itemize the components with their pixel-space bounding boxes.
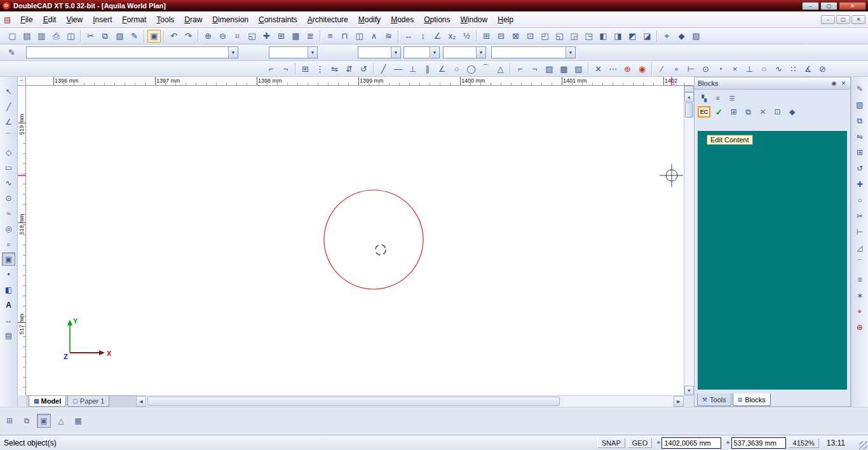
box-top-icon[interactable]: ◰: [538, 30, 552, 43]
zoom-extents-icon[interactable]: ◱: [245, 30, 259, 43]
property-pen-icon[interactable]: ✎: [4, 46, 19, 60]
circle-entity-icon[interactable]: ○: [853, 193, 867, 207]
menu-architecture[interactable]: Architecture: [302, 13, 353, 26]
drawing-svg[interactable]: Y X Z: [26, 86, 684, 395]
autohide-pin-icon[interactable]: ◉: [829, 79, 839, 88]
scroll-left-icon[interactable]: ◀: [136, 396, 146, 407]
no-snap-icon[interactable]: ⊘: [816, 62, 829, 75]
distribute-icon[interactable]: ⋮: [313, 62, 327, 75]
open-icon[interactable]: ▤: [20, 30, 34, 43]
separator[interactable]: [144, 31, 145, 42]
redo-icon[interactable]: ↷: [182, 30, 195, 43]
hscroll-thumb[interactable]: [147, 397, 560, 406]
snap-midpoint-icon[interactable]: ⊢: [684, 62, 698, 75]
menu-tools[interactable]: Tools: [151, 13, 179, 26]
separator[interactable]: [198, 31, 199, 42]
drawing-viewport[interactable]: Y X Z: [26, 86, 684, 395]
menu-edit[interactable]: Edit: [38, 13, 62, 26]
layout-tool-icon[interactable]: ▤: [2, 329, 15, 342]
menu-dimension[interactable]: Dimension: [207, 13, 254, 26]
render-settings-icon[interactable]: ◆: [675, 30, 688, 43]
icons-view-icon[interactable]: ▚: [698, 93, 710, 103]
tab-paper1[interactable]: ▢ Paper 1: [67, 396, 109, 407]
separator[interactable]: [510, 63, 511, 74]
combo-input[interactable]: [358, 48, 391, 57]
vscroll-track[interactable]: [684, 118, 694, 386]
calculator-icon[interactable]: ≣: [304, 30, 317, 43]
chamfer-entity-icon[interactable]: ◿: [853, 241, 867, 254]
triangle-tool-icon[interactable]: △: [494, 62, 507, 75]
parallel-icon[interactable]: ∥: [421, 62, 434, 75]
dimension-horizontal-icon[interactable]: ↔: [402, 30, 415, 43]
snap-perpendicular-icon[interactable]: ⊥: [743, 62, 756, 75]
rotate-entity-icon[interactable]: ↺: [853, 161, 867, 175]
menu-file[interactable]: File: [15, 13, 37, 26]
menu-view[interactable]: View: [61, 13, 88, 26]
panel-tab-blocks[interactable]: ⊞ Blocks: [733, 393, 771, 406]
point-tool-icon[interactable]: •: [2, 268, 15, 281]
make-block-icon[interactable]: ⊞: [728, 106, 740, 118]
wall-tool-icon[interactable]: ≡: [323, 30, 337, 43]
menu-modify[interactable]: Modify: [353, 13, 386, 26]
curve-tool-icon[interactable]: ∿: [2, 176, 15, 189]
tab-model[interactable]: ▤ Model: [29, 396, 66, 407]
array-entity-icon[interactable]: ⊞: [853, 146, 867, 159]
zoom-tool-icon[interactable]: ⌕: [2, 237, 15, 250]
menu-options[interactable]: Options: [419, 13, 455, 26]
snap-nearest-icon[interactable]: ∿: [772, 62, 785, 75]
separator[interactable]: [163, 31, 165, 42]
separator[interactable]: [320, 31, 321, 42]
ellipse-tool-icon[interactable]: ◯: [465, 62, 478, 75]
x-coordinate-icon[interactable]: ⌖: [656, 439, 660, 447]
menu-window[interactable]: Window: [456, 13, 493, 26]
box-front-icon[interactable]: ⊞: [480, 30, 493, 43]
chamfer-corner-icon[interactable]: ¬: [528, 62, 541, 75]
trim-entity-icon[interactable]: ✂: [853, 209, 867, 222]
extend-entity-icon[interactable]: ⊢: [853, 225, 867, 238]
cut-icon[interactable]: ✂: [84, 30, 97, 43]
separator[interactable]: [295, 63, 296, 74]
materials-icon[interactable]: ▧: [689, 30, 703, 43]
plot-entity-icon[interactable]: ⊕: [853, 320, 867, 334]
resize-grip[interactable]: [859, 441, 867, 449]
ruler-origin-icon[interactable]: ⌐: [18, 77, 26, 86]
hatch-cross-icon[interactable]: ▩: [557, 62, 571, 75]
separator[interactable]: [651, 63, 653, 74]
circle-tool2-icon[interactable]: ○: [450, 62, 463, 75]
roof-tool-icon[interactable]: ∧: [367, 30, 381, 43]
offset-entity-icon[interactable]: ≡: [853, 273, 867, 286]
fillet-entity-icon[interactable]: ⌒: [853, 257, 867, 270]
hatch-dots-icon[interactable]: ▧: [572, 62, 585, 75]
view-tool-icon[interactable]: ◎: [2, 222, 15, 235]
ungroup-icon[interactable]: ¬: [279, 62, 292, 75]
mirror-entity-icon[interactable]: ⇋: [853, 130, 867, 143]
scale-half-icon[interactable]: ½: [460, 30, 473, 43]
separator[interactable]: [476, 31, 477, 42]
details-view-icon[interactable]: ☰: [726, 93, 738, 103]
measure-entity-icon[interactable]: ⌖: [853, 304, 867, 318]
dimension-vertical-icon[interactable]: ↕: [416, 30, 430, 43]
snap-toggle[interactable]: SNAP: [597, 438, 625, 448]
group-icon[interactable]: ⌐: [264, 62, 278, 75]
copy-icon[interactable]: ⧉: [98, 30, 112, 43]
box-bottom-icon[interactable]: ◱: [553, 30, 566, 43]
polyline-tool-icon[interactable]: ∠: [2, 115, 15, 128]
vscroll-thumb[interactable]: [685, 102, 693, 118]
combo-dropdown-icon[interactable]: ▼: [228, 47, 238, 58]
box-right-icon[interactable]: ⊡: [524, 30, 537, 43]
scroll-right-icon[interactable]: ▶: [674, 396, 684, 407]
menu-constraints[interactable]: Constraints: [254, 13, 302, 26]
snap-vertex-icon[interactable]: ∘: [670, 62, 683, 75]
plot-red-icon[interactable]: ⊕: [621, 62, 634, 75]
snap-grid-icon[interactable]: ∷: [787, 62, 800, 75]
panel-tab-tools[interactable]: ⚒ Tools: [697, 393, 731, 406]
snap-free-icon[interactable]: ∕: [655, 62, 668, 75]
quality-mode-icon[interactable]: ▦: [71, 414, 85, 428]
zoom-out-icon[interactable]: ⊖: [216, 30, 229, 43]
grid-icon[interactable]: ⊞: [275, 30, 288, 43]
fill-bucket-icon[interactable]: ▨: [853, 98, 867, 111]
arc-tool2-icon[interactable]: ⌒: [479, 62, 492, 75]
scroll-down-icon[interactable]: ▼: [684, 386, 694, 395]
edit-content-tool-icon[interactable]: ▣: [147, 30, 161, 43]
insert-block-icon[interactable]: ⧉: [742, 106, 754, 118]
